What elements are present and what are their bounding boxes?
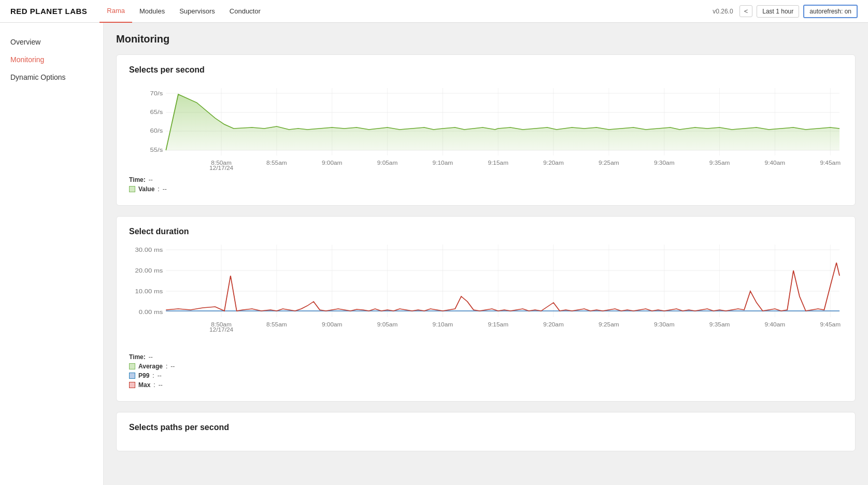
svg-text:9:25am: 9:25am — [599, 322, 619, 327]
nav-item-modules[interactable]: Modules — [132, 0, 172, 23]
selects-per-second-card: Selects per second — [116, 54, 856, 206]
sidebar-item-dynamic-options[interactable]: Dynamic Options — [0, 68, 103, 86]
chart1-time-label: Time: — [129, 176, 146, 183]
logo: RED PLANET LABS — [10, 7, 87, 16]
svg-text:9:40am: 9:40am — [765, 160, 786, 166]
chart2-info: Time: -- Average : -- P99 : -- — [129, 353, 843, 389]
svg-text:9:35am: 9:35am — [709, 322, 730, 327]
select-duration-card: Select duration — [116, 216, 856, 402]
chart2-max-row: Max : -- — [129, 381, 843, 389]
chart2-p99-row: P99 : -- — [129, 372, 843, 379]
header-right: v0.26.0 < Last 1 hour autorefresh: on — [713, 5, 858, 18]
main-content: Monitoring Selects per second — [104, 23, 868, 485]
select-duration-title: Select duration — [129, 227, 843, 236]
chart2-avg-value: -- — [170, 363, 175, 370]
svg-text:0.00 ms: 0.00 ms — [139, 309, 163, 316]
chart2-avg-colon: : — [166, 363, 167, 370]
sidebar: Overview Monitoring Dynamic Options — [0, 23, 104, 485]
svg-text:60/s: 60/s — [150, 127, 163, 134]
svg-text:9:15am: 9:15am — [488, 322, 508, 327]
chart1-value-value: -- — [163, 186, 167, 193]
svg-text:9:45am: 9:45am — [820, 160, 841, 166]
header: RED PLANET LABS Rama Modules Supervisors… — [0, 0, 868, 23]
svg-text:8:55am: 8:55am — [266, 322, 287, 327]
svg-text:9:05am: 9:05am — [377, 160, 398, 166]
select-duration-chart: 30.00 ms 20.00 ms 10.00 ms 0.00 ms 8:50a… — [129, 245, 843, 389]
sidebar-item-overview[interactable]: Overview — [0, 33, 103, 51]
chart2-time-value: -- — [149, 353, 153, 361]
chart2-max-colon: : — [153, 381, 155, 389]
svg-text:30.00 ms: 30.00 ms — [135, 247, 163, 253]
svg-text:9:00am: 9:00am — [322, 322, 343, 327]
svg-text:65/s: 65/s — [150, 109, 163, 116]
nav-item-conductor[interactable]: Conductor — [222, 0, 268, 23]
svg-text:9:25am: 9:25am — [599, 160, 619, 166]
svg-text:9:20am: 9:20am — [543, 160, 564, 166]
selects-paths-card: Selects paths per second — [116, 412, 856, 451]
chart2-max-value: -- — [159, 381, 163, 389]
svg-text:9:20am: 9:20am — [543, 322, 564, 327]
main-nav: Rama Modules Supervisors Conductor — [99, 0, 267, 23]
svg-text:9:40am: 9:40am — [765, 322, 786, 327]
chart2-avg-label: Average — [138, 363, 163, 370]
nav-item-supervisors[interactable]: Supervisors — [172, 0, 222, 23]
chart1-time-value: -- — [149, 176, 153, 183]
chart2-p99-colon: : — [152, 372, 154, 379]
chart1-time-row: Time: -- — [129, 176, 843, 183]
sidebar-item-monitoring[interactable]: Monitoring — [0, 51, 103, 68]
svg-text:9:10am: 9:10am — [433, 160, 453, 166]
chart1-colon: : — [158, 186, 159, 193]
svg-text:9:35am: 9:35am — [709, 160, 730, 166]
version-label: v0.26.0 — [713, 8, 733, 15]
page-title: Monitoring — [116, 33, 856, 45]
chart2-avg-row: Average : -- — [129, 363, 843, 370]
nav-item-rama[interactable]: Rama — [99, 0, 132, 23]
svg-text:70/s: 70/s — [150, 90, 163, 97]
svg-text:8:55am: 8:55am — [266, 160, 287, 166]
selects-paths-title: Selects paths per second — [129, 423, 843, 432]
chart2-avg-icon — [129, 363, 135, 369]
selects-per-second-title: Selects per second — [129, 65, 843, 75]
svg-text:12/17/24: 12/17/24 — [209, 165, 233, 171]
selects-chart-svg: 70/s 65/s 60/s 55/s 8:50am 12/17/24 8:55… — [129, 83, 843, 171]
svg-text:10.00 ms: 10.00 ms — [135, 288, 163, 295]
duration-chart-svg: 30.00 ms 20.00 ms 10.00 ms 0.00 ms 8:50a… — [129, 245, 843, 348]
chart1-legend-row: Value : -- — [129, 186, 843, 193]
svg-text:9:00am: 9:00am — [322, 160, 343, 166]
logo-text: RED PLANET LABS — [10, 7, 87, 16]
chart1-info: Time: -- Value : -- — [129, 176, 843, 193]
chart2-time-row: Time: -- — [129, 353, 843, 361]
chart2-p99-label: P99 — [138, 372, 149, 379]
chart2-max-label: Max — [138, 381, 150, 389]
svg-text:9:15am: 9:15am — [488, 160, 508, 166]
chart2-p99-icon — [129, 373, 135, 379]
svg-text:9:45am: 9:45am — [820, 322, 841, 327]
prev-button[interactable]: < — [739, 5, 753, 17]
chart2-time-label: Time: — [129, 353, 146, 361]
svg-text:9:30am: 9:30am — [654, 160, 675, 166]
selects-per-second-chart: 70/s 65/s 60/s 55/s 8:50am 12/17/24 8:55… — [129, 83, 843, 193]
svg-text:12/17/24: 12/17/24 — [209, 327, 233, 333]
svg-text:9:30am: 9:30am — [654, 322, 675, 327]
svg-text:20.00 ms: 20.00 ms — [135, 267, 163, 274]
svg-marker-33 — [166, 94, 839, 150]
autorefresh-button[interactable]: autorefresh: on — [803, 5, 858, 18]
chart1-legend-icon — [129, 186, 135, 192]
chart1-value-label: Value — [138, 186, 154, 193]
chart2-p99-value: -- — [158, 372, 162, 379]
svg-text:55/s: 55/s — [150, 147, 163, 153]
chart2-max-icon — [129, 382, 135, 388]
svg-text:9:10am: 9:10am — [433, 322, 453, 327]
layout: Overview Monitoring Dynamic Options Moni… — [0, 0, 868, 485]
svg-text:9:05am: 9:05am — [377, 322, 398, 327]
timerange-button[interactable]: Last 1 hour — [757, 5, 799, 18]
